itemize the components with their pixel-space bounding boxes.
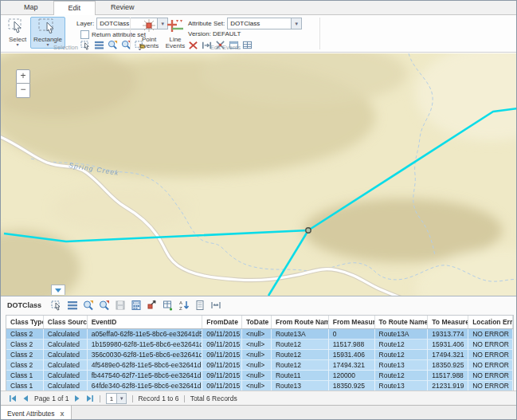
bottom-tab-bar: Event Attributes x bbox=[1, 405, 516, 420]
page-select-arrow-icon: ▼ bbox=[116, 394, 126, 403]
table-cell: NO ERROR bbox=[468, 371, 513, 381]
ribbon: Select ▾ Rectangle ▾ Layer: DOTClass ▼ R… bbox=[1, 15, 516, 53]
pagination-bar: Page 1 of 1 | 1 ▼ | Record 1 to 6 | Tota… bbox=[1, 391, 516, 406]
table-cell: 19313.774 bbox=[428, 329, 468, 340]
delete-record-icon[interactable] bbox=[146, 300, 158, 312]
table-cell: 09/11/2015 bbox=[202, 350, 242, 360]
last-page-icon[interactable] bbox=[86, 394, 94, 402]
table-cell: Calculated bbox=[44, 329, 88, 340]
table-cell: NO ERROR bbox=[468, 329, 513, 340]
rectangle-tool-icon bbox=[37, 18, 59, 36]
column-header[interactable]: Class Source bbox=[44, 316, 88, 328]
return-attribute-set-checkbox[interactable] bbox=[80, 30, 89, 39]
table-cell: 356c0030-62f8-11e5-8bc6-ee32641d5ec9 bbox=[88, 350, 203, 360]
table-cell: 11517.988 bbox=[428, 371, 468, 381]
table-cell: Calculated bbox=[44, 350, 88, 360]
map-canvas: Spring Creek bbox=[1, 53, 517, 296]
add-record-icon[interactable] bbox=[162, 300, 174, 312]
column-header[interactable]: ToDate bbox=[242, 316, 272, 328]
table-cell: NO ERROR bbox=[468, 350, 513, 360]
page-label: Page 1 of 1 bbox=[34, 394, 69, 402]
table-cell: 120000 bbox=[329, 371, 375, 381]
table-cell: Class 2 bbox=[6, 350, 44, 360]
panel-toolbar: DOTClass AZ bbox=[1, 296, 516, 314]
tab-event-attributes[interactable]: Event Attributes x bbox=[1, 406, 72, 420]
table-cell: <null> bbox=[242, 371, 272, 381]
attribute-set-field: Attribute Set: DOTClass ▼ bbox=[188, 18, 302, 29]
collapse-triangle-icon bbox=[55, 289, 61, 292]
table-cell: 17494.321 bbox=[428, 350, 468, 360]
pan-to-event-icon[interactable] bbox=[98, 300, 110, 312]
table-cell: 09/11/2015 bbox=[202, 329, 242, 340]
table-cell: NO ERROR bbox=[468, 340, 513, 350]
table-row[interactable]: Class 2Calculated4f5489e0-62f8-11e5-8bc6… bbox=[6, 360, 514, 371]
line-events-icon bbox=[166, 18, 184, 36]
column-header[interactable]: To Route Name bbox=[375, 316, 429, 328]
zoom-control: + − bbox=[16, 69, 30, 98]
tab-map[interactable]: Map bbox=[9, 0, 53, 14]
close-tab-icon[interactable]: x bbox=[61, 410, 65, 418]
zoom-in-button[interactable]: + bbox=[16, 69, 30, 84]
column-header[interactable]: Location Error bbox=[468, 316, 513, 328]
column-header[interactable]: FromDate bbox=[202, 316, 242, 328]
table-cell: Class 2 bbox=[6, 360, 44, 371]
app-window: Map Edit Review Select ▾ Rectangle ▾ La bbox=[0, 0, 517, 420]
table-cell: Route12 bbox=[375, 371, 429, 381]
select-tool-icon bbox=[7, 18, 28, 36]
route-junction-marker[interactable] bbox=[306, 228, 311, 233]
next-page-icon[interactable] bbox=[73, 394, 81, 402]
first-page-icon[interactable] bbox=[9, 394, 17, 402]
zoom-out-button[interactable]: − bbox=[16, 84, 30, 98]
column-header[interactable]: From Measure bbox=[329, 316, 375, 328]
table-cell: Calculated bbox=[44, 371, 88, 381]
table-cell: <null> bbox=[242, 340, 272, 350]
measure-icon[interactable] bbox=[210, 300, 221, 312]
table-cell: Class 2 bbox=[6, 329, 44, 340]
table-cell: Route13A bbox=[272, 329, 329, 340]
column-header[interactable]: EventID bbox=[88, 316, 203, 328]
panel-collapse-button[interactable] bbox=[51, 285, 65, 295]
table-cell: NO ERROR bbox=[468, 360, 513, 371]
column-header[interactable]: From Route Name bbox=[272, 316, 329, 328]
table-cell: a05effa0-62f8-11e5-8bc6-ee32641d5ec9 bbox=[88, 329, 203, 340]
event-table: Class TypeClass SourceEventIDFromDateToD… bbox=[6, 315, 514, 391]
tab-review[interactable]: Review bbox=[96, 0, 150, 14]
table-cell: 09/11/2015 bbox=[202, 340, 242, 350]
attribute-set-dropdown[interactable]: DOTClass ▼ bbox=[227, 18, 302, 29]
table-cell: 18350.925 bbox=[428, 360, 468, 371]
table-cell: Calculated bbox=[44, 360, 88, 371]
table-cell: fb447540-62f7-11e5-8bc6-ee32641d5ec9 bbox=[88, 371, 203, 381]
total-records-label: Total 6 Records bbox=[190, 394, 237, 402]
column-header[interactable]: Class Type bbox=[6, 316, 44, 328]
table-cell: Class 1 bbox=[6, 371, 44, 381]
column-header[interactable]: To Measure bbox=[428, 316, 468, 328]
table-cell: 4f5489e0-62f8-11e5-8bc6-ee32641d5ec9 bbox=[88, 360, 203, 371]
table-row[interactable]: Class 1Calculatedfb447540-62f7-11e5-8bc6… bbox=[6, 371, 514, 381]
table-cell: <null> bbox=[242, 329, 272, 340]
table-row[interactable]: Class 2Calculateda05effa0-62f8-11e5-8bc6… bbox=[6, 329, 514, 340]
report-icon[interactable] bbox=[194, 300, 206, 312]
map-view[interactable]: Spring Creek + − bbox=[1, 53, 517, 296]
zoom-to-event-icon[interactable] bbox=[82, 300, 94, 312]
selection-group: Select ▾ Rectangle ▾ Layer: DOTClass ▼ R… bbox=[1, 15, 131, 52]
table-cell: 09/11/2015 bbox=[202, 360, 242, 371]
select-events-icon[interactable] bbox=[50, 300, 62, 312]
table-cell: 09/11/2015 bbox=[202, 371, 242, 381]
table-cell: Route12 bbox=[375, 350, 429, 360]
point-events-icon bbox=[140, 18, 158, 36]
svg-text:A: A bbox=[179, 300, 182, 305]
table-cell: Route12 bbox=[375, 340, 429, 350]
tab-edit[interactable]: Edit bbox=[53, 1, 96, 15]
table-cell: Route13 bbox=[375, 360, 429, 371]
record-range-label: Record 1 to 6 bbox=[138, 394, 178, 402]
list-icon[interactable] bbox=[66, 300, 78, 312]
version-field: Version: DEFAULT bbox=[188, 30, 241, 37]
sort-icon[interactable]: AZ bbox=[178, 300, 190, 312]
table-row[interactable]: Class 2Calculated1b159980-62f8-11e5-8bc6… bbox=[6, 340, 514, 350]
save-icon[interactable] bbox=[114, 300, 126, 312]
table-row[interactable]: Class 2Calculated356c0030-62f8-11e5-8bc6… bbox=[6, 350, 514, 360]
page-select[interactable]: 1 ▼ bbox=[106, 393, 127, 404]
calculate-icon[interactable] bbox=[130, 300, 142, 312]
previous-page-icon[interactable] bbox=[22, 394, 29, 402]
table-cell: 17494.321 bbox=[329, 360, 375, 371]
